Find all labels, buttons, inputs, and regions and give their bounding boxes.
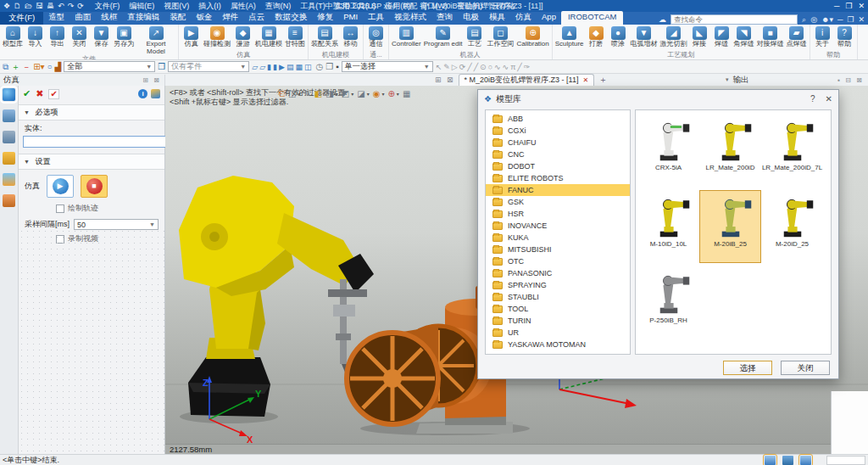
folder-row[interactable]: TOOL <box>486 303 630 315</box>
ribbon-button[interactable]: ▼保存 <box>91 25 112 48</box>
minimize-icon[interactable]: ─ <box>834 2 839 10</box>
cloud-icon[interactable]: ☁ <box>659 15 666 24</box>
folder-row[interactable]: HSR <box>486 208 630 220</box>
folder-row[interactable]: CNC <box>486 148 630 160</box>
ribbon-button[interactable]: ■对接焊缝 <box>756 25 785 48</box>
folder-row[interactable]: FANUC <box>486 184 630 196</box>
folder-row[interactable]: UR <box>486 327 630 339</box>
ribbon-tab[interactable]: 装配 <box>164 11 191 25</box>
ribbon-button[interactable]: ?帮助 <box>834 25 855 48</box>
ribbon-tab[interactable]: 点云 <box>243 11 270 25</box>
ribbon-button[interactable]: i关于 <box>812 25 833 48</box>
menu-item[interactable]: 插入(I) <box>194 1 225 12</box>
dialog-close-icon[interactable]: ✕ <box>826 94 832 104</box>
output-panel-icons[interactable]: ▪ ⊟ ⊠ <box>837 76 864 84</box>
ribbon-button[interactable]: ▦机电建模 <box>254 25 283 48</box>
section-required[interactable]: ▼ 必选项 <box>19 104 164 120</box>
ring-icon[interactable]: ◎ <box>810 15 817 24</box>
ribbon-tab[interactable]: 查询 <box>431 11 458 25</box>
menu-item[interactable]: 属性(A) <box>226 1 260 12</box>
dialog-help-icon[interactable]: ? <box>810 94 815 104</box>
refresh-icon[interactable]: ⟳ <box>77 2 84 10</box>
ribbon-button[interactable]: ▲Sculpture <box>554 25 585 48</box>
section-cube-icon[interactable]: ◪ <box>357 89 364 98</box>
drive-icon[interactable] <box>800 456 811 465</box>
ribbon-button[interactable]: ▼电弧增材 <box>630 25 659 48</box>
folder-row[interactable]: CGXi <box>486 125 630 137</box>
folder-row[interactable]: CHAIFU <box>486 137 630 148</box>
grid-view-icon[interactable] <box>765 456 776 465</box>
ribbon-button[interactable]: ✎Program edit <box>423 25 464 48</box>
exit-view-icon[interactable]: ⎗ <box>278 88 285 98</box>
ribbon-button[interactable]: ●喷涂 <box>608 25 629 48</box>
ribbon-button[interactable]: ⊕Calibration <box>515 25 549 48</box>
operator-icon[interactable] <box>3 194 15 207</box>
close-icon[interactable]: ✕ <box>858 2 865 10</box>
ribbon-button[interactable]: ✕关闭 <box>69 25 90 48</box>
ribbon-button[interactable]: ◤焊缝 <box>711 25 732 48</box>
add-icon[interactable]: ＋ <box>11 61 19 73</box>
ribbon-tab[interactable]: 线框 <box>96 11 122 25</box>
ribbon-tab[interactable]: 电极 <box>458 11 484 25</box>
chart-icon[interactable]: ▟ <box>55 61 62 73</box>
output-panel-header[interactable]: ▾ 输出 ▪ ⊟ ⊠ <box>726 75 868 86</box>
hierarchy-icon[interactable] <box>3 131 15 143</box>
confirm-icon[interactable]: ✔ <box>23 88 31 99</box>
ribbon-button[interactable]: ▶仿真 <box>181 25 202 48</box>
account-icon[interactable]: ☻▾ <box>821 15 833 24</box>
robot-tree-icon[interactable] <box>3 109 15 122</box>
expand-grid-icon[interactable]: ⊞▾ <box>33 61 44 73</box>
cancel-icon[interactable]: ✖ <box>36 88 43 99</box>
wireframe-cube-icon[interactable]: ◩ <box>342 89 349 98</box>
save-icon[interactable]: 🖫 <box>36 2 43 10</box>
part-filter-icon[interactable]: ❒ <box>158 61 165 73</box>
shade-cube-icon[interactable]: ◧ <box>314 89 322 98</box>
ribbon-tab[interactable]: 钣金 <box>191 11 217 25</box>
filter-all-select[interactable]: 全部▼ <box>64 61 155 72</box>
panel-pin-icons[interactable]: ⊞ ⊠ <box>142 76 161 84</box>
restore-icon[interactable]: ❐ <box>845 2 852 10</box>
ribbon-button[interactable]: ▤工艺 <box>464 25 485 48</box>
render-ball-icon[interactable]: ◉ <box>373 89 381 98</box>
circle-select-icon[interactable]: ○ <box>47 61 53 73</box>
ribbon-button[interactable]: ≡甘特图 <box>284 25 306 48</box>
doc-close-icon[interactable]: ✕ <box>858 15 865 24</box>
folder-row[interactable]: STAUBLI <box>486 291 630 303</box>
doc-minimize-icon[interactable]: ─ <box>837 15 843 24</box>
ribbon-tab-active[interactable]: IROBOTCAM <box>561 11 624 25</box>
snap-filter-icons[interactable]: ▱▱▮▮▶▤▦◫ <box>252 63 313 71</box>
ribbon-button[interactable]: ◻工作空间 <box>486 25 515 48</box>
new-tab-icon[interactable]: ＋ <box>598 74 607 86</box>
pick-filter-icon[interactable]: ⧉ <box>3 61 8 73</box>
ribbon-tab[interactable]: 视觉样式 <box>389 11 431 25</box>
grid-icon[interactable]: ▦ <box>403 89 410 98</box>
history-clock-icon[interactable]: ◷ <box>315 61 323 73</box>
model-thumb[interactable]: M-10iD_10L <box>637 190 699 263</box>
ribbon-tab[interactable]: 造型 <box>43 11 70 25</box>
folder-row[interactable]: MITSUBISHI <box>486 244 630 255</box>
dialog-titlebar[interactable]: ❖ 模型库 ? ✕ <box>478 90 838 108</box>
clipboard-icon[interactable]: ❐ <box>326 61 333 73</box>
doc-restore-icon[interactable]: ❐ <box>847 15 854 24</box>
ribbon-tab[interactable]: 模具 <box>484 11 510 25</box>
ribbon-button[interactable]: ◆打磨 <box>586 25 607 48</box>
model-thumb[interactable]: P-250iB_RH <box>637 266 699 339</box>
ribbon-tab[interactable]: 修复 <box>312 11 338 25</box>
folder-row[interactable]: GSK <box>486 196 630 208</box>
open-file-icon[interactable]: 🗁 <box>25 2 32 10</box>
stop-button[interactable]: ■ <box>81 175 108 198</box>
tab-close-icon[interactable]: ✕ <box>582 76 588 84</box>
folder-row[interactable]: ELITE ROBOTS <box>486 172 630 184</box>
ribbon-button[interactable]: ↔移动 <box>340 25 361 48</box>
menu-item[interactable]: 视图(V) <box>159 1 193 12</box>
ribbon-tab[interactable]: 焊件 <box>217 11 243 25</box>
ribbon-tab[interactable]: 仿真 <box>510 11 537 25</box>
section-settings[interactable]: ▼ 设置 <box>19 154 164 170</box>
folder-row[interactable]: ABB <box>486 113 630 125</box>
info-icon[interactable]: i <box>138 89 147 98</box>
model-thumb[interactable]: M-20iB_25 <box>699 190 761 263</box>
menu-item[interactable]: 编辑(E) <box>125 1 159 12</box>
folder-row[interactable]: OTC <box>486 255 630 267</box>
tab-file[interactable]: 文件(F) <box>0 12 43 25</box>
new-file-icon[interactable]: 🗋 <box>14 2 21 10</box>
